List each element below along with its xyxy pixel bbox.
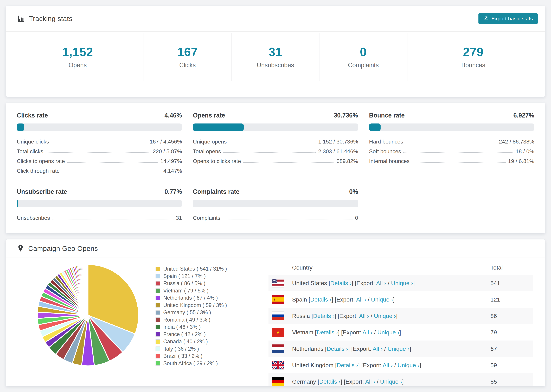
legend-label: United States ( 541 / 31% )	[163, 266, 227, 272]
legend-item-united-states[interactable]: United States ( 541 / 31% )	[155, 265, 268, 273]
legend-swatch	[155, 354, 160, 358]
details-link[interactable]: Details ›	[313, 313, 335, 319]
details-link[interactable]: Details ›	[319, 378, 341, 385]
export-unique-link[interactable]: Unique ›	[391, 280, 413, 286]
geo-table-header: Country Total	[268, 260, 533, 275]
legend-item-romania[interactable]: Romania ( 49 / 3% )	[155, 316, 268, 324]
legend-item-italy[interactable]: Italy ( 36 / 2% )	[155, 345, 268, 353]
detail-label: Total opens	[193, 148, 221, 155]
country-cell: United Kingdom [Details ›] [Export: All …	[292, 362, 490, 369]
pie-slice-other[interactable]	[87, 265, 88, 315]
stat-box-clicks: 167Clicks	[144, 33, 232, 81]
export-all-link[interactable]: All ›	[362, 329, 373, 336]
detail-value: 167 / 4.456%	[150, 139, 182, 145]
detail-value: 31	[176, 215, 182, 221]
geo-pie-chart	[20, 263, 155, 368]
rate-progress-bar	[193, 124, 358, 131]
export-unique-link[interactable]: Unique ›	[380, 378, 402, 385]
total-cell: 59	[490, 362, 533, 369]
rate-title: Opens rate	[193, 112, 225, 119]
legend-item-netherlands[interactable]: Netherlands ( 67 / 4% )	[155, 294, 268, 302]
legend-item-france[interactable]: France ( 42 / 2% )	[155, 331, 268, 338]
rate-detail-row: Unsubscribes31	[17, 213, 182, 223]
legend-item-russia[interactable]: Russia ( 86 / 5% )	[155, 280, 268, 287]
details-link[interactable]: Details ›	[330, 280, 352, 286]
legend-item-south-africa[interactable]: South Africa ( 29 / 2% )	[155, 360, 268, 367]
map-pin-icon	[17, 245, 24, 253]
stat-value: 0	[360, 45, 367, 59]
legend-label: Italy ( 36 / 2% )	[163, 346, 199, 352]
detail-label: Unique opens	[193, 139, 226, 145]
detail-value: 14.497%	[160, 158, 182, 164]
rate-detail-row: Soft bounces18 / 0%	[369, 147, 534, 156]
detail-value: 2,303 / 61.446%	[318, 148, 358, 155]
detail-label: Internal bounces	[369, 158, 410, 164]
rate-head: Opens rate30.736%	[193, 112, 358, 119]
rate-progress-bar	[17, 124, 182, 131]
export-unique-link[interactable]: Unique ›	[371, 296, 393, 303]
legend-item-vietnam[interactable]: Vietnam ( 79 / 5% )	[155, 287, 268, 294]
country-name: Spain	[292, 296, 309, 303]
country-column-header: Country	[268, 264, 490, 271]
export-unique-link[interactable]: Unique ›	[387, 345, 410, 352]
detail-value: 0	[355, 215, 358, 221]
rate-detail-rows: Hard bounces242 / 86.738%Soft bounces18 …	[369, 137, 534, 166]
legend-item-united-kingdom[interactable]: United Kingdom ( 59 / 3% )	[155, 302, 268, 309]
stat-value: 167	[177, 45, 198, 59]
tracking-stats-card: Tracking stats Export basic stats 1,152O…	[6, 6, 545, 97]
rates-grid: Clicks rate4.46%Unique clicks167 / 4.456…	[17, 112, 534, 223]
rate-head: Bounce rate6.927%	[369, 112, 534, 119]
legend-label: Brazil ( 33 / 2% )	[163, 353, 202, 359]
export-all-link[interactable]: All ›	[359, 313, 369, 319]
details-link[interactable]: Details ›	[317, 329, 338, 336]
dotted-leader	[46, 150, 150, 153]
detail-label: Hard bounces	[369, 139, 403, 145]
legend-item-india[interactable]: India ( 46 / 3% )	[155, 323, 268, 331]
rate-detail-row: Click through rate4.147%	[17, 166, 182, 176]
export-unique-link[interactable]: Unique ›	[377, 329, 399, 336]
total-cell: 67	[490, 345, 533, 352]
details-link[interactable]: Details ›	[327, 345, 348, 352]
detail-label: Soft bounces	[369, 148, 401, 155]
legend-item-brazil[interactable]: Brazil ( 33 / 2% )	[155, 352, 268, 360]
export-basic-stats-button[interactable]: Export basic stats	[479, 13, 538, 24]
legend-item-spain[interactable]: Spain ( 121 / 7% )	[155, 273, 268, 280]
table-row-netherlands: Netherlands [Details ›] [Export: All › /…	[268, 341, 533, 357]
geo-legend: United States ( 541 / 31% )Spain ( 121 /…	[155, 265, 268, 367]
legend-swatch	[155, 361, 160, 366]
details-link[interactable]: Details ›	[310, 296, 332, 303]
legend-label: Vietnam ( 79 / 5% )	[163, 288, 209, 294]
geo-table: Country Total United States [Details ›] …	[268, 260, 533, 386]
rate-value: 0.77%	[164, 188, 182, 195]
country-cell: Netherlands [Details ›] [Export: All › /…	[292, 345, 490, 352]
rate-detail-row: Unique clicks167 / 4.456%	[17, 137, 182, 147]
export-all-link[interactable]: All ›	[376, 280, 386, 286]
legend-item-germany[interactable]: Germany ( 55 / 3% )	[155, 309, 268, 316]
rate-value: 4.46%	[164, 112, 182, 119]
export-all-link[interactable]: All ›	[373, 345, 383, 352]
export-unique-link[interactable]: Unique ›	[397, 362, 420, 368]
rate-panel-clicks-rate: Clicks rate4.46%Unique clicks167 / 4.456…	[17, 112, 182, 176]
country-cell: Germany [Details ›] [Export: All › / Uni…	[292, 378, 490, 385]
rate-panel-complaints-rate: Complaints rate0%Complaints0	[193, 188, 358, 223]
rate-detail-rows: Unsubscribes31	[17, 213, 182, 223]
export-all-link[interactable]: All ›	[365, 378, 375, 385]
geo-table-body: United States [Details ›] [Export: All ›…	[268, 275, 533, 386]
legend-item-canada[interactable]: Canada ( 40 / 2% )	[155, 338, 268, 345]
detail-label: Unique clicks	[17, 139, 49, 145]
germany-flag-icon	[272, 377, 284, 386]
detail-value: 689.82%	[336, 158, 358, 164]
stat-value: 1,152	[62, 45, 93, 59]
details-link[interactable]: Details ›	[337, 362, 358, 368]
country-cell: United States [Details ›] [Export: All ›…	[292, 280, 490, 287]
export-unique-link[interactable]: Unique ›	[374, 313, 396, 319]
legend-label: United Kingdom ( 59 / 3% )	[163, 302, 227, 308]
total-cell: 79	[490, 329, 533, 336]
export-icon	[483, 15, 489, 22]
dotted-leader	[223, 150, 316, 153]
rate-head: Unsubscribe rate0.77%	[17, 188, 182, 195]
tracking-stats-row: 1,152Opens167Clicks31Unsubscribes0Compla…	[12, 33, 539, 81]
export-all-link[interactable]: All ›	[356, 296, 366, 303]
stat-label: Bounces	[461, 62, 485, 69]
export-all-link[interactable]: All ›	[383, 362, 393, 368]
